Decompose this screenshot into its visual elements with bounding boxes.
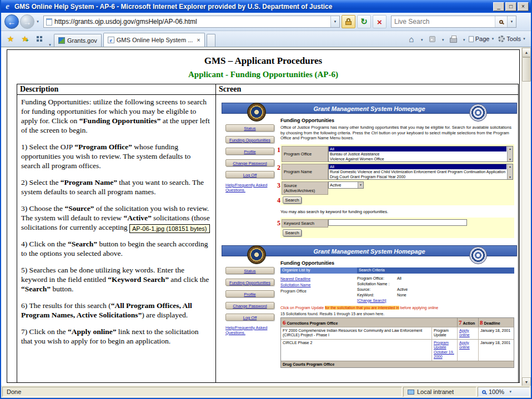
add-favorite-button[interactable]: ★+ (18, 33, 32, 45)
description-paragraph: Funding Opportunities: utilize the follo… (21, 97, 212, 135)
tab-close-button[interactable]: × (197, 37, 200, 43)
grants-gov-favicon (58, 37, 65, 44)
maximize-button[interactable]: □ (505, 2, 516, 11)
organize-list-header: Organize List by (280, 267, 357, 274)
print-button[interactable] (447, 33, 460, 45)
column-header-screen: Screen (216, 84, 518, 95)
tab-grants-gov[interactable]: Grants.gov (54, 34, 102, 47)
gms-nav-status: Status (225, 124, 274, 132)
gear-icon (498, 36, 505, 42)
window-controls: _ □ × (493, 2, 529, 11)
forward-arrow-icon: → (23, 17, 32, 27)
image-filename-tooltip: AP-06-1.jpg (108151 bytes) (129, 224, 210, 233)
page-subtitle: Applicant - Funding Opportunities (AP-6) (7, 70, 519, 79)
window-title: GMS Online Help System - AP-6 - Microsof… (14, 3, 490, 11)
live-search-box[interactable]: ▼ (391, 16, 516, 28)
callout-6: 6 (283, 319, 286, 326)
search-button[interactable] (495, 16, 507, 27)
page-menu-button[interactable]: Page ▼ (468, 33, 497, 45)
organize-links: Nearest Deadline Solicitation Name Progr… (280, 275, 357, 302)
address-dropdown[interactable]: ▼ (330, 16, 339, 27)
description-paragraph: 4) Click on the “Search” button to begin… (21, 239, 212, 258)
screenshot-funding-results: Grant Management System Homepage Status … (220, 245, 518, 368)
scrollbar-thumb[interactable] (522, 57, 531, 82)
print-dropdown[interactable]: ▼ (461, 38, 468, 42)
ie-page-favicon: e (108, 37, 114, 43)
zoom-control[interactable]: 100% ▼ (478, 387, 530, 397)
plus-icon: + (26, 38, 28, 43)
program-update-link: Program Update October 19, 2000 (431, 339, 457, 361)
callout-4: 4 (277, 197, 280, 204)
zoom-magnifier-icon (482, 390, 486, 394)
results-group-header: 6Corrections Program Office 7Action 8Dea… (281, 318, 514, 327)
favorites-star-icon: ★ (7, 34, 14, 43)
feeds-button[interactable] (426, 33, 439, 45)
callout-8: 8 (480, 319, 483, 326)
navigation-bar: ← → ▼ ▼ ↻ × ▼ (1, 13, 531, 31)
solicitation-name-link: Solicitation Name (280, 283, 357, 287)
search-magnifier-icon (499, 20, 503, 24)
title-bar[interactable]: e GMS Online Help System - AP-6 - Micros… (1, 0, 531, 13)
vertical-scrollbar[interactable]: ▲ ▼ (521, 48, 531, 387)
listbox-scrollbar: ▲▼ (507, 147, 513, 161)
apply-online-link: Apply online (457, 327, 478, 339)
tab-list-dropdown[interactable]: ▼ (47, 43, 53, 47)
refresh-icon: ↻ (360, 17, 368, 27)
gms-search-button: Search (283, 196, 302, 204)
quick-tabs-button[interactable] (33, 33, 46, 45)
status-text: Done (2, 387, 402, 397)
gms-help-faq-link: Help/Frequently Asked Questions. (222, 325, 272, 335)
search-criteria: Program Office:All Solicitation Name : S… (357, 275, 514, 302)
live-search-input[interactable] (392, 18, 495, 26)
local-intranet-icon (408, 390, 414, 395)
home-dropdown[interactable]: ▼ (419, 38, 425, 42)
back-button[interactable]: ← (4, 14, 19, 29)
close-button[interactable]: × (518, 2, 529, 11)
keyword-search-input (328, 219, 467, 226)
address-input[interactable] (54, 18, 330, 26)
search-dropdown[interactable]: ▼ (507, 16, 516, 27)
feeds-dropdown[interactable]: ▼ (440, 38, 446, 42)
page-title: GMS – Applicant Procedures (7, 55, 519, 67)
program-office-listbox: All Bureau of Justice Assistance Violenc… (328, 146, 513, 162)
zoom-dropdown[interactable]: ▼ (507, 390, 514, 393)
tab-gms-help[interactable]: e GMS Online Help System ... × (103, 33, 205, 47)
gms-nav-change-password: Change Password (225, 159, 274, 166)
browser-viewport: GMS – Applicant Procedures Applicant - F… (1, 48, 521, 387)
quick-tabs-grid-icon (37, 36, 39, 38)
zoom-level: 100% (489, 388, 504, 395)
forward-button[interactable]: → (20, 14, 34, 29)
callout-2: 2 (277, 164, 280, 171)
results-notice: Click on Program Update for the solicita… (280, 306, 514, 310)
gms-sidebar: Status Funding Opportunities Profile Cha… (222, 259, 278, 368)
gms-nav-funding-opportunities: Funding Opportunities (225, 136, 274, 143)
history-dropdown[interactable]: ▼ (34, 20, 41, 23)
change-search-link: [Change Search] (357, 299, 514, 302)
description-cell: Funding Opportunities: utilize the follo… (17, 95, 216, 383)
search-criteria-header: Search Criteria (357, 267, 514, 274)
tools-menu-button[interactable]: Tools ▼ (498, 33, 528, 45)
gms-nav-log-off: Log Off (225, 314, 274, 321)
apply-online-link: Apply online (457, 339, 478, 361)
new-tab-stub[interactable] (207, 34, 215, 47)
program-office-label: Program Office (282, 146, 328, 162)
minimize-button[interactable]: _ (493, 2, 504, 11)
page-menu-icon (469, 36, 474, 42)
stop-button[interactable]: × (373, 15, 387, 28)
scroll-up-button[interactable]: ▲ (522, 48, 531, 57)
security-zone: Local intranet (403, 387, 476, 397)
gms-keyword-search-button: Search (283, 229, 302, 236)
refresh-button[interactable]: ↻ (357, 15, 371, 28)
callout-3: 3 (277, 182, 280, 189)
keyword-note: You may also search by keyword for fundi… (280, 209, 514, 214)
callout-1: 1 (277, 147, 280, 153)
security-lock-button[interactable] (342, 15, 355, 28)
results-header-band: Organize List by Search Criteria (280, 267, 514, 274)
tab-label: GMS Online Help System ... (117, 37, 193, 43)
home-button[interactable]: ⌂ (405, 33, 418, 45)
results-count: 15 Solicitations found. Results 1 throug… (280, 312, 514, 316)
feeds-icon (429, 36, 435, 42)
favorites-center-button[interactable]: ★ (4, 33, 17, 45)
gms-nav-profile: Profile (225, 290, 274, 297)
address-bar[interactable]: ▼ (43, 16, 340, 28)
